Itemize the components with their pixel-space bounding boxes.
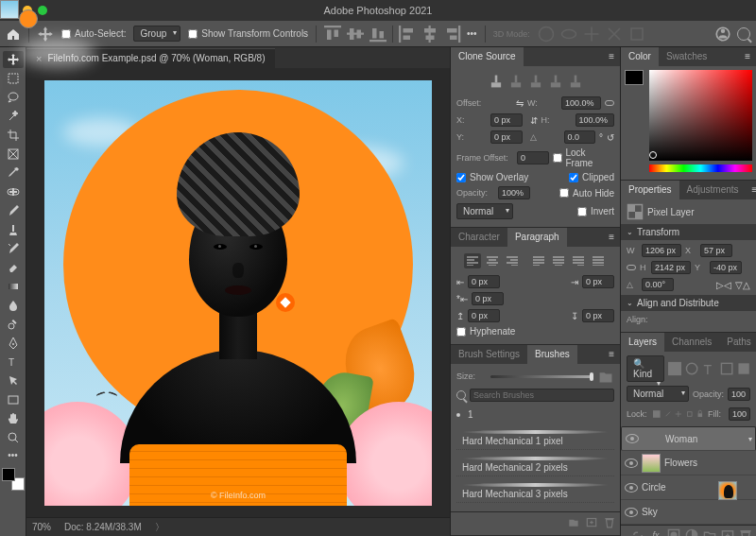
brush-size-slider[interactable] — [490, 375, 593, 378]
lock-transparency-icon[interactable] — [653, 406, 661, 423]
brush-search-input[interactable] — [470, 389, 614, 402]
lock-frame-checkbox[interactable]: Lock Frame — [553, 147, 615, 168]
gradient-tool[interactable] — [3, 278, 24, 295]
filter-adjust-icon[interactable] — [685, 360, 698, 377]
layer-name[interactable]: Woman — [665, 434, 697, 444]
color-picker[interactable] — [625, 70, 752, 172]
filter-smart-icon[interactable] — [737, 360, 750, 377]
visibility-toggle-icon[interactable] — [625, 483, 638, 493]
clone-source-4-icon[interactable] — [547, 73, 564, 90]
clone-width-field[interactable]: 100.0% — [561, 96, 601, 110]
cloud-docs-icon[interactable] — [714, 26, 731, 43]
filter-shape-icon[interactable] — [720, 360, 733, 377]
auto-hide-checkbox[interactable]: Auto Hide — [559, 188, 614, 199]
dodge-tool[interactable] — [3, 316, 24, 333]
clone-y-field[interactable]: 0 px — [490, 130, 523, 144]
layer-mask-icon[interactable] — [667, 528, 680, 536]
show-overlay-checkbox[interactable]: Show Overlay — [456, 172, 528, 182]
reset-transform-icon[interactable]: ↺ — [607, 132, 614, 143]
link-wh-icon[interactable] — [627, 265, 636, 270]
auto-select-dropdown[interactable]: Group — [133, 26, 180, 42]
align-bottom-icon[interactable] — [369, 26, 387, 43]
brush-settings-tab[interactable]: Brush Settings — [451, 345, 527, 364]
justify-left-icon[interactable] — [530, 253, 547, 268]
align-right-icon[interactable] — [444, 26, 461, 43]
foreground-swatch[interactable] — [625, 70, 644, 85]
brushes-tab[interactable]: Brushes — [527, 345, 577, 364]
prop-x-field[interactable]: 57 px — [700, 244, 732, 257]
eraser-tool[interactable] — [3, 259, 24, 276]
prop-height-field[interactable]: 2142 px — [651, 261, 691, 274]
auto-select-checkbox[interactable]: Auto-Select: — [61, 28, 126, 39]
justify-center-icon[interactable] — [550, 253, 567, 268]
filter-pixel-icon[interactable] — [668, 360, 681, 377]
panel-menu-icon[interactable]: ≡ — [739, 47, 756, 66]
hyphenate-checkbox[interactable]: Hyphenate — [456, 326, 614, 337]
layer-row-woman[interactable]: Woman — [621, 426, 756, 451]
frame-offset-field[interactable]: 0 — [517, 151, 549, 164]
marquee-tool[interactable] — [3, 70, 24, 87]
justify-right-icon[interactable] — [570, 253, 587, 268]
layer-thumbnail[interactable] — [718, 481, 737, 500]
hand-tool[interactable] — [3, 410, 24, 427]
character-tab[interactable]: Character — [451, 228, 507, 247]
layer-name[interactable]: Circle — [642, 482, 666, 493]
visibility-toggle-icon[interactable] — [625, 508, 638, 517]
flip-h-icon[interactable]: ⇋ — [516, 98, 524, 109]
flip-v-icon[interactable]: ⇵ — [530, 115, 538, 126]
lock-all-icon[interactable] — [696, 406, 704, 423]
panel-menu-icon[interactable]: ≡ — [603, 228, 620, 247]
clipped-checkbox[interactable]: Clipped — [569, 172, 614, 182]
color-swatch-tool[interactable] — [2, 468, 25, 491]
lock-pixels-icon[interactable] — [664, 406, 672, 423]
prop-y-field[interactable]: -40 px — [710, 261, 742, 274]
prop-width-field[interactable]: 1206 px — [642, 244, 681, 257]
layer-opacity-field[interactable]: 100 — [728, 388, 750, 401]
link-layers-icon[interactable] — [631, 528, 644, 536]
panel-menu-icon[interactable]: ≡ — [603, 345, 620, 364]
type-tool[interactable]: T — [3, 354, 24, 371]
pen-tool[interactable] — [3, 335, 24, 352]
history-brush-tool[interactable] — [3, 240, 24, 257]
panel-menu-icon[interactable]: ≡ — [747, 181, 756, 199]
show-transform-checkbox[interactable]: Show Transform Controls — [188, 28, 308, 39]
brush-tool[interactable] — [3, 202, 24, 219]
color-field[interactable] — [649, 70, 752, 161]
align-vcenter-icon[interactable] — [347, 26, 364, 43]
invert-checkbox[interactable]: Invert — [577, 206, 614, 216]
hue-slider[interactable] — [649, 164, 752, 172]
layer-fill-field[interactable]: 100 — [729, 407, 750, 421]
indent-left-field[interactable]: 0 px — [468, 275, 500, 288]
layer-filter-dropdown[interactable]: 🔍Kind — [627, 355, 664, 382]
visibility-toggle-icon[interactable] — [625, 458, 638, 468]
layer-fx-icon[interactable]: fx — [649, 528, 662, 536]
filter-type-icon[interactable]: T — [702, 360, 715, 377]
eyedropper-tool[interactable] — [3, 164, 24, 182]
channels-tab[interactable]: Channels — [664, 333, 719, 352]
align-hcenter-icon[interactable] — [421, 26, 438, 43]
clone-source-2-icon[interactable] — [507, 73, 524, 90]
layer-name[interactable]: Sky — [642, 507, 658, 517]
align-center-text-icon[interactable] — [484, 253, 501, 268]
overlay-blend-dropdown[interactable]: Normal — [456, 203, 513, 219]
layer-row-flowers[interactable]: Flowers — [621, 451, 756, 475]
delete-layer-icon[interactable] — [739, 528, 752, 536]
layer-thumbnail[interactable] — [642, 454, 661, 473]
search-icon[interactable] — [737, 27, 750, 41]
canvas[interactable]: © FileInfo.com — [26, 68, 450, 517]
new-group-icon[interactable] — [703, 528, 716, 536]
paths-tab[interactable]: Paths — [719, 333, 756, 352]
brush-folder-icon[interactable] — [597, 368, 614, 385]
lasso-tool[interactable] — [3, 89, 24, 106]
indent-right-field[interactable]: 0 px — [582, 275, 614, 288]
clone-source-5-icon[interactable] — [567, 73, 584, 90]
align-more-icon[interactable]: ••• — [467, 28, 477, 39]
brush-preset-item[interactable]: Hard Mechanical 1 pixel — [456, 427, 614, 450]
crop-tool[interactable] — [3, 127, 24, 144]
zoom-tool[interactable] — [3, 429, 24, 446]
healing-brush-tool[interactable] — [3, 183, 24, 200]
transform-section[interactable]: ⌄Transform — [621, 224, 756, 240]
flip-v-icon[interactable]: ▽△ — [735, 280, 750, 290]
path-selection-tool[interactable] — [3, 372, 24, 389]
clone-stamp-tool[interactable] — [3, 221, 24, 238]
